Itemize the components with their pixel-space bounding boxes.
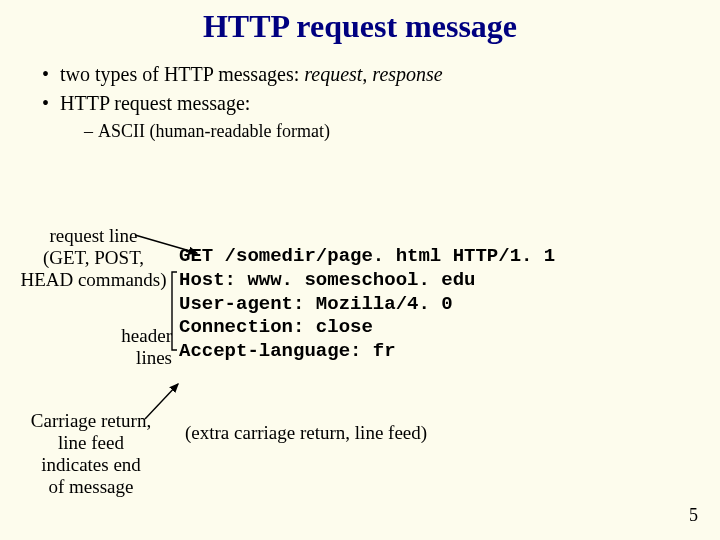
dash-icon: – <box>84 121 98 142</box>
bullet-dot-icon: • <box>42 63 60 86</box>
bullet-1-text-emph: request, response <box>304 63 443 85</box>
bullet-2-text: HTTP request message: <box>60 92 250 114</box>
http-line-4: Connection: close <box>179 316 373 338</box>
bullet-1-text-pre: two types of HTTP messages: <box>60 63 304 85</box>
bullet-2: •HTTP request message: <box>42 92 720 115</box>
label-request-line: request line (GET, POST, HEAD commands) <box>16 225 171 291</box>
http-line-5: Accept-language: fr <box>179 340 396 362</box>
sub-bullet-text: ASCII (human-readable format) <box>98 121 330 141</box>
sub-bullet: –ASCII (human-readable format) <box>84 121 720 142</box>
bullet-dot-icon: • <box>42 92 60 115</box>
http-line-2: Host: www. someschool. edu <box>179 269 475 291</box>
page-number: 5 <box>689 505 698 526</box>
bullet-1: •two types of HTTP messages: request, re… <box>42 63 720 86</box>
http-line-1: GET /somedir/page. html HTTP/1. 1 <box>179 245 555 267</box>
http-message-block: GET /somedir/page. html HTTP/1. 1 Host: … <box>179 245 555 364</box>
label-header-lines: header lines <box>102 325 172 369</box>
slide-title: HTTP request message <box>0 0 720 45</box>
label-carriage-return: Carriage return, line feed indicates end… <box>16 410 166 497</box>
http-line-3: User-agent: Mozilla/4. 0 <box>179 293 453 315</box>
diagram-area: request line (GET, POST, HEAD commands) … <box>0 215 720 505</box>
bullet-list: •two types of HTTP messages: request, re… <box>42 63 720 142</box>
label-extra-crlf: (extra carriage return, line feed) <box>185 422 427 444</box>
